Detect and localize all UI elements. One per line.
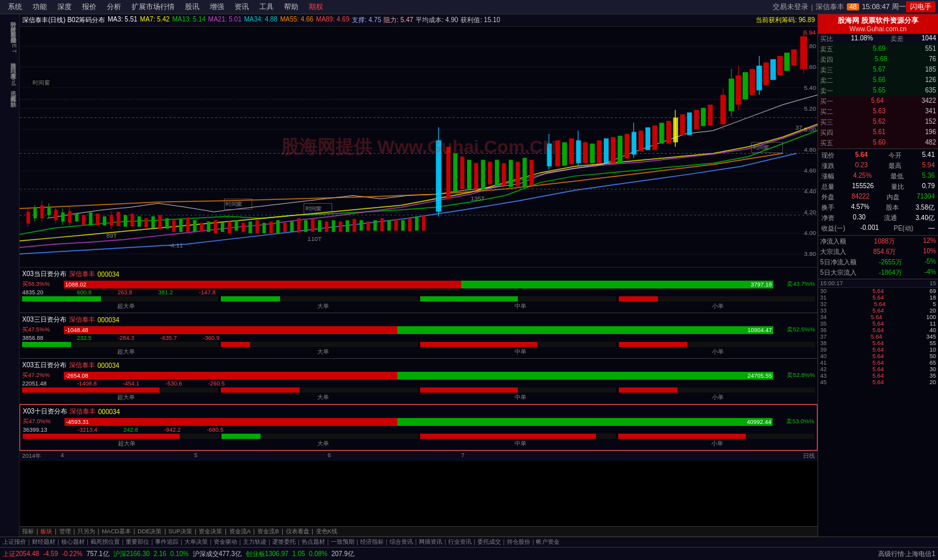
sidebar-finance[interactable]: 财经视点 <box>1 30 19 35</box>
svg-rect-48 <box>117 212 120 226</box>
menu-analysis[interactable]: 分析 <box>102 2 126 12</box>
menu-quote[interactable]: 报价 <box>77 2 102 12</box>
large-flow-val: 854.6万 <box>873 247 896 257</box>
svg-rect-90 <box>367 221 370 231</box>
section2-total: 3856.88 <box>22 335 61 341</box>
inner-val: 71304 <box>917 193 935 202</box>
sidebar-get[interactable]: G E T <box>1 35 19 55</box>
svg-text:4.40: 4.40 <box>804 189 816 195</box>
sidebar-time-trend[interactable]: 分时势 <box>1 14 19 20</box>
shares-val: 3.58亿 <box>916 203 935 212</box>
menu-stock-news[interactable]: 股讯 <box>180 2 205 12</box>
sell3-qty: 185 <box>925 66 936 75</box>
sidebar-left-view[interactable]: 左侧看 <box>1 66 19 71</box>
trade-list-row: 375.64345 <box>818 333 938 340</box>
menu-system[interactable]: 系统 <box>3 2 27 12</box>
kline-chart[interactable]: 股海网提供 Www.Guhai.Com.CN 5.80 5.60 5.40 5.… <box>20 27 817 268</box>
buy2-qty: 341 <box>925 107 936 117</box>
svg-rect-61 <box>200 223 203 232</box>
section1-sell-pct: 卖43.7%% <box>776 280 815 288</box>
tab-dde[interactable]: DDE决策 <box>137 527 162 536</box>
flow-section-daily: X03当日资分布 深信泰丰 000034 买56.3%% 1088.02 379… <box>20 268 817 313</box>
svg-rect-95 <box>401 220 405 231</box>
svg-rect-149 <box>743 72 748 100</box>
menu-options[interactable]: 期权 <box>304 2 328 12</box>
5d-flow-val: -2655万 <box>879 258 902 267</box>
sell2-qty: 126 <box>925 76 936 85</box>
sidebar-basic[interactable]: 基本资料 <box>1 25 19 30</box>
sidebar-wind[interactable]: wind资讯 <box>1 71 19 89</box>
trade-list-row: 305.6469 <box>818 288 938 294</box>
buy2-row: 买二 5.63 341 <box>818 107 938 117</box>
spread2-label: 卖差 <box>890 35 903 44</box>
svg-rect-114 <box>530 160 533 186</box>
index-szhs-chg: 2.16 <box>154 550 166 557</box>
section3-sell-pct: 卖52.8%% <box>776 371 815 380</box>
svg-rect-89 <box>360 220 363 231</box>
section3-v3: -530.6 <box>165 380 182 387</box>
sell4-row: 卖四 5.68 76 <box>818 55 938 65</box>
svg-rect-118 <box>562 143 567 166</box>
turnover-lbl: 换手 <box>821 203 834 212</box>
tab-cap-strategy[interactable]: 资金决策 <box>199 527 222 536</box>
sell3-price: 5.67 <box>873 66 885 75</box>
svg-rect-126 <box>611 137 616 163</box>
sidebar-tech[interactable]: 技术分析 <box>1 20 19 25</box>
svg-rect-96 <box>408 218 412 231</box>
menu-info[interactable]: 资讯 <box>229 2 254 12</box>
large-flow-pct: 10% <box>923 247 936 257</box>
shares-lbl: 股本 <box>886 203 899 212</box>
spread-label: 买比 <box>820 35 833 44</box>
cat3-1: 超大单 <box>29 393 223 402</box>
svg-rect-123 <box>590 144 595 163</box>
svg-rect-127 <box>618 136 622 163</box>
5d-flow-pct: -5% <box>924 258 936 267</box>
svg-rect-135 <box>666 121 671 144</box>
ma55-label: MA55: 4.66 <box>280 16 313 25</box>
svg-text:-4.11: -4.11 <box>169 242 183 249</box>
sidebar-contact[interactable]: 接触 <box>1 94 19 99</box>
sell4-qty: 76 <box>929 55 936 64</box>
trade-list-row: 325.645 <box>818 301 938 307</box>
tab-color-k[interactable]: 变色K线 <box>316 527 337 536</box>
tab-indicator[interactable]: 指标 <box>22 527 34 536</box>
svg-rect-42 <box>89 212 92 225</box>
tab-flow-b[interactable]: 资金流B <box>257 527 279 536</box>
low-lbl: 最低 <box>890 172 903 181</box>
svg-rect-94 <box>394 219 397 231</box>
sell2-label: 卖二 <box>820 76 833 85</box>
sidebar-market-check[interactable]: 截盘查阅 <box>1 89 19 94</box>
svg-rect-134 <box>659 123 664 144</box>
svg-rect-106 <box>481 160 485 189</box>
sidebar-new-hold[interactable]: 新推持 <box>1 55 19 61</box>
menu-function[interactable]: 功能 <box>27 2 52 12</box>
float-val: 3.40亿 <box>916 214 935 223</box>
trade-list[interactable]: 305.6469315.6418325.645335.6420345.64100… <box>818 287 938 537</box>
menu-enhance[interactable]: 增强 <box>205 2 229 12</box>
tab-manage[interactable]: 管理 <box>59 527 71 536</box>
trade-list-row: 385.6455 <box>818 340 938 346</box>
pct-lbl: 涨幅 <box>821 172 834 181</box>
menu-help[interactable]: 帮助 <box>279 2 304 12</box>
login-status[interactable]: 交易未登录 <box>773 2 808 12</box>
tab-dashboard[interactable]: 仪表看盘 <box>286 527 309 536</box>
tab-alias[interactable]: 只另为 <box>78 527 95 536</box>
time-display: 15:08:47 周一 <box>862 2 906 12</box>
sidebar-review[interactable]: 回顾 <box>1 61 19 66</box>
tab-flow-a[interactable]: 资金流A <box>229 527 251 536</box>
flash-button[interactable]: 闪电手 <box>906 1 935 12</box>
svg-rect-102 <box>453 153 457 192</box>
tab-macd[interactable]: MACD基本 <box>102 527 131 536</box>
svg-text:5.40: 5.40 <box>804 85 816 91</box>
menu-market[interactable]: 扩展市场行情 <box>126 2 180 12</box>
section1-v4: -147.8 <box>199 289 216 296</box>
menu-depth[interactable]: 深度 <box>52 2 77 12</box>
section2-buy-pct: 买47.5%% <box>22 326 61 334</box>
svg-text:3.80: 3.80 <box>804 251 816 257</box>
period-label: 日线 <box>803 452 815 460</box>
tab-sup[interactable]: SUP决策 <box>169 527 193 536</box>
section4-v4: -680.5 <box>207 427 224 433</box>
section4-sell-val: 40992.44 <box>746 418 771 426</box>
menu-tools[interactable]: 工具 <box>254 2 279 12</box>
tab-board[interactable]: 板块 <box>40 527 52 536</box>
